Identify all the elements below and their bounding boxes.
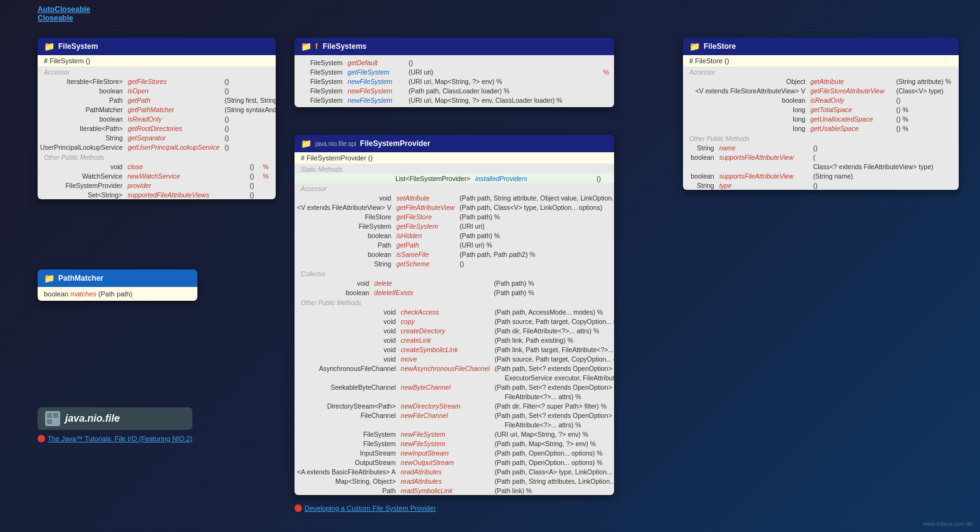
table-row: FileSystem getFileSystem (URI uri) % <box>295 67 614 76</box>
fsp-accessor-label: Accessor <box>295 183 614 193</box>
table-row: boolean supportsFileAttributeView ( <box>683 152 959 162</box>
table-row: FileAttribute<?>... attrs) % <box>295 420 614 429</box>
pathmatcher-title: PathMatcher <box>58 274 103 283</box>
svg-rect-0 <box>47 413 52 418</box>
table-row: Path readSymbolicLink (Path link) % <box>295 486 614 495</box>
table-row: UserPrincipalLookupService getUserPrinci… <box>38 142 276 152</box>
folder-icon-4: 📁 <box>301 138 311 149</box>
table-row: long getTotalSpace () % <box>683 105 959 114</box>
table-row: PathMatcher getPathMatcher (String synta… <box>38 105 276 114</box>
folder-icon-2: 📁 <box>301 41 311 51</box>
table-row: void delete (Path path) % <box>295 278 614 288</box>
table-row: FileSystem getDefault () <box>295 58 614 67</box>
filestore-constructor: # FileStore () <box>683 55 959 66</box>
folder-icon-5: 📁 <box>44 273 55 283</box>
table-row: FileSystem getFileSystem (URI uri) <box>295 221 614 231</box>
bottom-link-1-container: The Java™ Tutorials: File I/O (Featuring… <box>38 435 192 444</box>
table-row: void createSymbolicLink (Path link, Path… <box>295 345 614 354</box>
table-row: void move (Path source, Path target, Cop… <box>295 354 614 363</box>
filestore-accessor-methods: Object getAttribute (String attribute) %… <box>683 76 959 133</box>
filesystems-header: 📁 f FileSystems <box>295 38 614 55</box>
table-row: long getUsableSpace () % <box>683 123 959 133</box>
folder-icon-3: 📁 <box>689 41 700 51</box>
table-row: boolean isOpen () % <box>38 86 276 95</box>
table-row: FileSystemProvider provider () <box>38 180 276 190</box>
table-row: <A extends BasicFileAttributes> A readAt… <box>295 467 614 476</box>
fsp-collector-label: Collector <box>295 268 614 278</box>
java-tutorials-link[interactable]: The Java™ Tutorials: File I/O (Featuring… <box>48 435 192 442</box>
other-methods-label: Other Public Methods <box>38 152 276 162</box>
table-row: FileSystem newFileSystem (URI uri, Map<S… <box>295 76 614 86</box>
svg-rect-2 <box>47 419 52 424</box>
table-row: Set<String> supportedFileAttributeViews … <box>38 190 276 199</box>
filesystem-header: 📁 FileSystem <box>38 38 276 55</box>
table-row: boolean isReadOnly () <box>683 95 959 105</box>
table-row: boolean supportsFileAttributeView (Strin… <box>683 171 959 180</box>
table-row: void close () % <box>38 162 276 171</box>
table-row: long getUnallocatedSpace () % <box>683 114 959 123</box>
table-row: boolean deleteIfExists (Path path) % <box>295 288 614 297</box>
table-row: String getScheme () <box>295 259 614 268</box>
package-label: java.nio.file.spi <box>315 140 357 147</box>
closeable-link[interactable]: Closeable <box>38 14 90 23</box>
table-row: boolean isHidden (Path path) % <box>295 231 614 240</box>
table-row: FileSystem newFileSystem (Path path, Cla… <box>295 86 614 95</box>
table-row: ExecutorService executor, FileAttribute<… <box>295 373 614 382</box>
red-badge-2 <box>295 504 302 512</box>
table-row: void createDirectory (Path dir, FileAttr… <box>295 326 614 335</box>
table-row: String type () <box>683 180 959 190</box>
table-row: void createLink (Path link, Path existin… <box>295 335 614 345</box>
matches-method: matches <box>70 290 96 298</box>
top-links: AutoCloseable Closeable <box>38 5 90 23</box>
table-row: Iterable<FileStore> getFileStores () % <box>38 76 276 86</box>
table-row: FileSystem newFileSystem (Path path, Map… <box>295 439 614 448</box>
pathmatcher-header: 📁 PathMatcher <box>38 269 197 287</box>
table-row: FileAttribute<?>... attrs) % <box>295 392 614 401</box>
filesystems-card: 📁 f FileSystems FileSystem getDefault ()… <box>295 38 614 107</box>
logo-box: java.nio.file <box>38 407 192 430</box>
table-row: Iterable<Path> getRootDirectories () <box>38 123 276 133</box>
table-row: List<FileSystemProvider> installedProvid… <box>295 174 614 183</box>
fsp-other-label: Other Public Methods <box>295 297 614 307</box>
table-row: Path getPath (String first, String... mo… <box>38 95 276 105</box>
filestore-other-methods: String name () boolean supportsFileAttri… <box>683 143 959 190</box>
custom-provider-link[interactable]: Developing a Custom File System Provider <box>305 504 436 512</box>
table-row: Object getAttribute (String attribute) % <box>683 76 959 86</box>
table-row: OutputStream newOutputStream (Path path,… <box>295 457 614 467</box>
filestore-accessor-label: Accessor <box>683 66 959 76</box>
table-row: String name () <box>683 143 959 152</box>
table-row: boolean isReadOnly () <box>38 114 276 123</box>
table-row: Map<String, Object> readAttributes (Path… <box>295 476 614 486</box>
table-row: FileSystem newFileSystem (URI uri, Map<S… <box>295 429 614 439</box>
filesystem-title: FileSystem <box>58 42 98 51</box>
filesystem-accessor-methods: Iterable<FileStore> getFileStores () % b… <box>38 76 276 152</box>
accessor-label: Accessor <box>38 66 276 76</box>
filestore-title: FileStore <box>704 42 736 51</box>
logo-icon <box>45 411 60 426</box>
table-row: <V extends FileAttributeView> V getFileA… <box>295 202 614 212</box>
table-row: void setAttribute (Path path, String att… <box>295 193 614 202</box>
table-row: DirectoryStream<Path> newDirectoryStream… <box>295 401 614 410</box>
filesystem-card: 📁 FileSystem # FileSystem () Accessor It… <box>38 38 276 199</box>
filesystem-other-methods: void close () % WatchService newWatchSer… <box>38 162 276 199</box>
filesystems-methods: FileSystem getDefault () FileSystem getF… <box>295 58 614 105</box>
table-row: WatchService newWatchService () % <box>38 171 276 180</box>
table-row: String getSeparator () <box>38 133 276 142</box>
pathmatcher-card: 📁 PathMatcher boolean matches (Path path… <box>38 269 197 301</box>
fsp-accessor-methods: void setAttribute (Path path, String att… <box>295 193 614 268</box>
table-row: FileStore getFileStore (Path path) % <box>295 212 614 221</box>
table-row: boolean isSameFile (Path path, Path path… <box>295 249 614 259</box>
filesystemprovider-title: FileSystemProvider <box>360 139 430 148</box>
fsp-constructor: # FileSystemProvider () <box>295 152 614 164</box>
bottom-link-2-container: Developing a Custom File System Provider <box>295 504 436 513</box>
auto-closeable-link[interactable]: AutoCloseable <box>38 5 90 14</box>
table-row: Path getPath (URI uri) % <box>295 240 614 249</box>
table-row: InputStream newInputStream (Path path, O… <box>295 448 614 457</box>
logo-area: java.nio.file The Java™ Tutorials: File … <box>38 407 192 444</box>
svg-rect-3 <box>53 419 58 424</box>
table-row: FileChannel newFileChannel (Path path, S… <box>295 410 614 420</box>
fsp-collector-methods: void delete (Path path) % boolean delete… <box>295 278 614 297</box>
fsp-static-methods: List<FileSystemProvider> installedProvid… <box>295 174 614 183</box>
table-row: AsynchronousFileChannel newAsynchronousF… <box>295 363 614 373</box>
filesystems-title: FileSystems <box>323 42 367 51</box>
